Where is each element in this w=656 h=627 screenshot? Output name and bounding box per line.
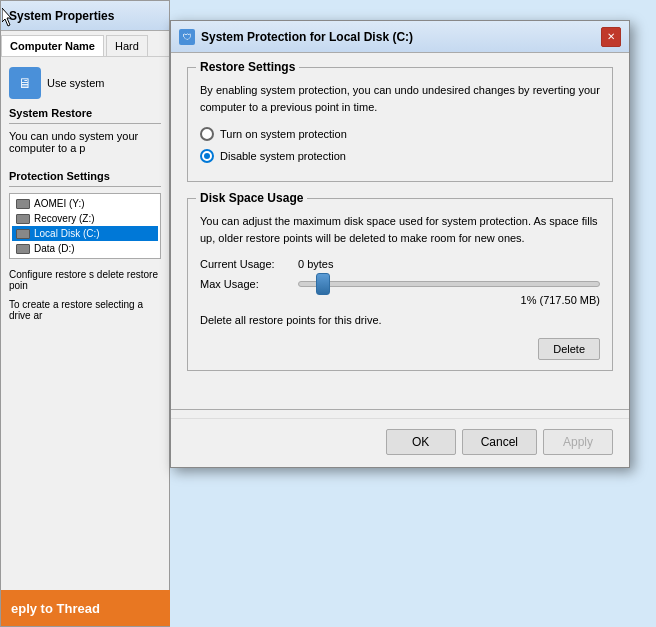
system-properties-title: System Properties bbox=[9, 9, 114, 23]
reply-bar-text: eply to Thread bbox=[11, 601, 100, 616]
system-properties-titlebar: System Properties bbox=[1, 1, 169, 31]
restore-settings-group-title: Restore Settings bbox=[196, 60, 299, 74]
cancel-button[interactable]: Cancel bbox=[462, 429, 537, 455]
system-properties-tabs: Computer Name Hard bbox=[1, 31, 169, 57]
protection-settings-section: Protection Settings AOMEI (Y:) Recovery … bbox=[9, 170, 161, 259]
dialog-titlebar-left: 🛡 System Protection for Local Disk (C:) bbox=[179, 29, 413, 45]
drive-item-recovery[interactable]: Recovery (Z:) bbox=[12, 211, 158, 226]
system-restore-title: System Restore bbox=[9, 107, 161, 119]
delete-button[interactable]: Delete bbox=[538, 338, 600, 360]
drive-item-aomei[interactable]: AOMEI (Y:) bbox=[12, 196, 158, 211]
slider-thumb[interactable] bbox=[316, 273, 330, 295]
dialog-footer: OK Cancel Apply bbox=[171, 418, 629, 467]
radio-turn-on-label: Turn on system protection bbox=[220, 128, 347, 140]
system-icon-row: 🖥 Use system bbox=[9, 67, 161, 99]
drive-icon-data bbox=[16, 244, 30, 254]
disk-space-group-title: Disk Space Usage bbox=[196, 191, 307, 205]
system-protection-dialog: 🛡 System Protection for Local Disk (C:) … bbox=[170, 20, 630, 468]
drives-list: AOMEI (Y:) Recovery (Z:) Local Disk (C:)… bbox=[9, 193, 161, 259]
protection-divider bbox=[9, 186, 161, 187]
system-properties-body: 🖥 Use system System Restore You can undo… bbox=[1, 57, 169, 331]
restore-settings-group: Restore Settings By enabling system prot… bbox=[187, 67, 613, 182]
radio-disable[interactable] bbox=[200, 149, 214, 163]
current-usage-value: 0 bytes bbox=[298, 258, 333, 270]
max-usage-label: Max Usage: bbox=[200, 278, 290, 290]
radio-turn-on-row[interactable]: Turn on system protection bbox=[200, 127, 600, 141]
tab-hard[interactable]: Hard bbox=[106, 35, 148, 56]
max-usage-slider-row: Max Usage: bbox=[200, 278, 600, 290]
dialog-titlebar: 🛡 System Protection for Local Disk (C:) … bbox=[171, 21, 629, 53]
drive-item-data[interactable]: Data (D:) bbox=[12, 241, 158, 256]
system-restore-text: You can undo system your computer to a p bbox=[9, 130, 161, 154]
slider-percent-label: 1% (717.50 MB) bbox=[200, 294, 600, 306]
protection-settings-title: Protection Settings bbox=[9, 170, 161, 182]
dialog-title: System Protection for Local Disk (C:) bbox=[201, 30, 413, 44]
drive-icon-recovery bbox=[16, 214, 30, 224]
system-properties-window: System Properties Computer Name Hard 🖥 U… bbox=[0, 0, 170, 627]
dialog-close-button[interactable]: ✕ bbox=[601, 27, 621, 47]
ok-button[interactable]: OK bbox=[386, 429, 456, 455]
system-icon-label: Use system bbox=[47, 77, 104, 89]
slider-track[interactable] bbox=[298, 281, 600, 287]
disk-info-text: You can adjust the maximum disk space us… bbox=[200, 213, 600, 246]
drive-item-local[interactable]: Local Disk (C:) bbox=[12, 226, 158, 241]
dialog-footer-divider bbox=[171, 409, 629, 410]
radio-disable-label: Disable system protection bbox=[220, 150, 346, 162]
disk-space-content: You can adjust the maximum disk space us… bbox=[188, 199, 612, 370]
current-usage-row: Current Usage: 0 bytes bbox=[200, 258, 600, 270]
delete-button-row: Delete bbox=[200, 338, 600, 360]
drive-icon-aomei bbox=[16, 199, 30, 209]
current-usage-label: Current Usage: bbox=[200, 258, 290, 270]
dialog-title-icon: 🛡 bbox=[179, 29, 195, 45]
apply-button[interactable]: Apply bbox=[543, 429, 613, 455]
create-text: To create a restore selecting a drive ar bbox=[9, 299, 161, 321]
restore-info-text: By enabling system protection, you can u… bbox=[200, 82, 600, 115]
drive-icon-local bbox=[16, 229, 30, 239]
reply-bar[interactable]: eply to Thread bbox=[1, 590, 171, 626]
dialog-body: Restore Settings By enabling system prot… bbox=[171, 53, 629, 401]
system-restore-divider bbox=[9, 123, 161, 124]
configure-text: Configure restore s delete restore poin bbox=[9, 269, 161, 291]
tab-computer-name[interactable]: Computer Name bbox=[1, 35, 104, 56]
restore-settings-content: By enabling system protection, you can u… bbox=[188, 68, 612, 181]
radio-turn-on[interactable] bbox=[200, 127, 214, 141]
delete-restore-text: Delete all restore points for this drive… bbox=[200, 314, 600, 326]
disk-space-group: Disk Space Usage You can adjust the maxi… bbox=[187, 198, 613, 371]
radio-disable-row[interactable]: Disable system protection bbox=[200, 149, 600, 163]
system-icon: 🖥 bbox=[9, 67, 41, 99]
